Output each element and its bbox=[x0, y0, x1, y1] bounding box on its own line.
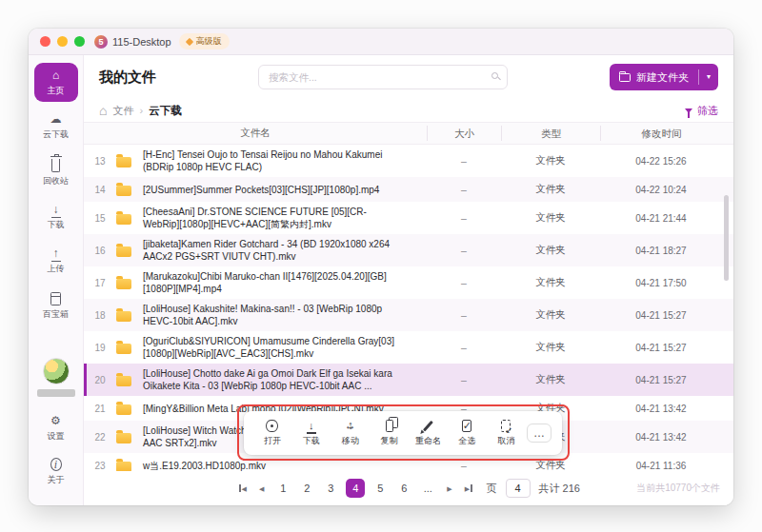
first-page-button[interactable]: ◀ bbox=[237, 484, 249, 492]
toolbar-action-label: 下载 bbox=[303, 435, 320, 447]
sidebar-item[interactable]: 回收站 bbox=[34, 150, 78, 192]
toolbar-action[interactable]: ✓ 全选 bbox=[449, 420, 485, 447]
file-modified: 04-21 15:27 bbox=[600, 375, 722, 385]
toolbar-action[interactable]: 复制 bbox=[371, 420, 408, 447]
page-number[interactable]: 2 bbox=[298, 479, 315, 498]
page-title: 我的文件 bbox=[99, 69, 156, 87]
file-icon-cell bbox=[116, 460, 143, 472]
row-index: 21 bbox=[84, 404, 116, 414]
toolbar-action[interactable]: 打开 bbox=[254, 420, 291, 447]
window-controls bbox=[40, 36, 85, 47]
file-type: 文件夹 bbox=[501, 459, 600, 471]
row-index: 13 bbox=[84, 156, 116, 167]
minimize-button[interactable] bbox=[57, 36, 68, 47]
app-logo: 5 bbox=[94, 35, 108, 49]
file-size: – bbox=[427, 460, 501, 471]
file-icon-cell bbox=[116, 374, 143, 386]
row-index: 14 bbox=[84, 185, 116, 195]
sidebar-item-icon: i bbox=[50, 458, 62, 471]
toolbar-action-icon: ↓ bbox=[309, 420, 314, 432]
breadcrumb-root[interactable]: 文件 bbox=[112, 104, 133, 118]
toolbar-action[interactable]: 重命名 bbox=[410, 420, 446, 447]
page-number[interactable]: 6 bbox=[395, 479, 412, 498]
file-icon-cell bbox=[116, 342, 143, 354]
zoom-button[interactable] bbox=[74, 36, 85, 47]
table-row[interactable]: 15 [CheesaAni] Dr.STONE SCIENCE FUTURE [… bbox=[84, 202, 733, 234]
sidebar-item[interactable]: ↓ 下载 bbox=[34, 197, 78, 236]
file-size: – bbox=[427, 245, 501, 256]
page-input[interactable] bbox=[506, 479, 531, 498]
sidebar-item[interactable]: ☁ 云下载 bbox=[34, 107, 78, 146]
search-icon bbox=[491, 72, 498, 79]
column-type[interactable]: 类型 bbox=[501, 126, 600, 141]
sidebar-item[interactable]: 百宝箱 bbox=[34, 285, 78, 325]
page-number[interactable]: 4 bbox=[346, 479, 365, 498]
table-row[interactable]: 16 [jibaketa]Kamen Rider Gotchard - 34 (… bbox=[84, 234, 733, 266]
file-size: – bbox=[427, 184, 501, 195]
file-size: – bbox=[427, 309, 501, 321]
page-number[interactable]: 3 bbox=[322, 479, 339, 498]
chevron-down-icon[interactable]: ▾ bbox=[699, 73, 718, 81]
file-icon-cell bbox=[116, 277, 143, 289]
last-page-button[interactable]: ▶ bbox=[463, 484, 474, 492]
table-row[interactable]: 13 [H-Enc] Tensei Oujo to Tensai Reijou … bbox=[84, 145, 733, 177]
breadcrumb-current: 云下载 bbox=[149, 104, 182, 118]
page-number[interactable]: ... bbox=[419, 479, 436, 498]
table-row[interactable]: 18 [LoliHouse] Kakushite! Makina-san!! -… bbox=[84, 299, 733, 331]
folder-icon bbox=[116, 214, 131, 225]
toolbar-action[interactable]: ↓ 下载 bbox=[293, 420, 330, 447]
row-index: 16 bbox=[84, 246, 116, 256]
close-button[interactable] bbox=[40, 36, 50, 47]
toolbar-action[interactable]: 移动 bbox=[332, 420, 369, 447]
more-actions-button[interactable]: … bbox=[527, 424, 551, 443]
file-icon-cell bbox=[116, 431, 143, 443]
file-size: – bbox=[427, 342, 501, 353]
scrollbar-thumb[interactable] bbox=[724, 195, 729, 281]
sidebar-item[interactable]: ⌂ 主页 bbox=[34, 63, 78, 102]
table-row[interactable]: 17 [Marukazoku]Chibi Maruko-chan II[1476… bbox=[84, 266, 733, 299]
filter-button[interactable]: 筛选 bbox=[685, 104, 718, 118]
column-filename[interactable]: 文件名 bbox=[84, 127, 427, 140]
toolbar-action[interactable]: 取消 bbox=[488, 420, 524, 447]
page-number[interactable]: 5 bbox=[371, 479, 389, 498]
file-modified: 04-21 18:27 bbox=[600, 246, 722, 256]
sidebar-item-label: 下载 bbox=[48, 219, 65, 231]
file-name: [Marukazoku]Chibi Maruko-chan II[1476][2… bbox=[143, 270, 427, 295]
toolbar-action-label: 移动 bbox=[342, 435, 359, 447]
home-icon[interactable]: ⌂ bbox=[99, 104, 107, 117]
file-modified: 04-21 13:42 bbox=[600, 432, 722, 443]
sidebar-item-icon: ⚙ bbox=[50, 414, 61, 427]
file-type: 文件夹 bbox=[501, 373, 600, 386]
file-name: [CheesaAni] Dr.STONE SCIENCE FUTURE [05]… bbox=[143, 206, 427, 230]
row-index: 15 bbox=[84, 213, 116, 224]
search-input[interactable] bbox=[258, 65, 508, 89]
prev-page-button[interactable]: ◀ bbox=[257, 485, 266, 492]
sidebar-item-label: 回收站 bbox=[43, 175, 69, 187]
table-row[interactable]: 23 w当.E19.2003.HD1080p.mkv – 文件夹 04-21 1… bbox=[84, 453, 733, 471]
column-size[interactable]: 大小 bbox=[427, 126, 501, 141]
page-numbers: 1 2 3 4 5 6 ... bbox=[274, 479, 436, 498]
sidebar-item[interactable]: i 关于 bbox=[34, 452, 78, 491]
sidebar-item[interactable]: ⚙ 设置 bbox=[34, 408, 78, 447]
next-page-button[interactable]: ▶ bbox=[445, 485, 453, 492]
table-row[interactable]: 14 [2USummer]Summer Pockets[03][CHS][JP]… bbox=[84, 177, 733, 202]
premium-badge[interactable]: 高级版 bbox=[179, 33, 230, 49]
arrow-left-icon: ◀ bbox=[259, 485, 264, 492]
folder-icon bbox=[116, 344, 131, 354]
table-row[interactable]: 19 [OguriClub&SIYURICON] Umamusume Cinde… bbox=[84, 331, 733, 364]
sidebar-item[interactable]: ↑ 上传 bbox=[34, 241, 78, 280]
filter-label: 筛选 bbox=[697, 104, 718, 118]
table-row[interactable]: 20 [LoliHouse] Chotto dake Ai ga Omoi Da… bbox=[84, 364, 733, 396]
file-modified: 04-21 17:50 bbox=[600, 278, 722, 288]
sidebar-item-icon bbox=[51, 159, 60, 172]
page-number[interactable]: 1 bbox=[274, 479, 291, 498]
avatar[interactable] bbox=[43, 358, 70, 384]
column-modified[interactable]: 修改时间 bbox=[600, 126, 722, 141]
toolbar-action-label: 打开 bbox=[264, 435, 281, 447]
folder-icon bbox=[116, 246, 131, 257]
file-icon-cell bbox=[116, 212, 143, 225]
titlebar: 5 115-Desktop 高级版 bbox=[29, 29, 733, 55]
gem-icon bbox=[185, 37, 192, 45]
row-index: 23 bbox=[84, 461, 116, 471]
new-folder-button[interactable]: 新建文件夹 ▾ bbox=[610, 64, 718, 90]
